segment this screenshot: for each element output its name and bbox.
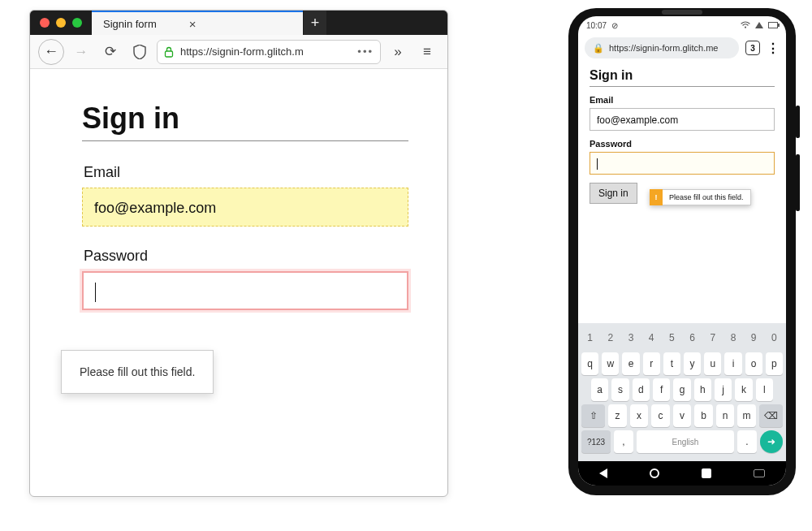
key-t[interactable]: t: [663, 352, 680, 375]
sign-in-button[interactable]: Sign in: [590, 183, 637, 204]
back-button[interactable]: ←: [38, 39, 64, 65]
divider: [590, 86, 775, 87]
key-b[interactable]: b: [694, 404, 713, 427]
key-period[interactable]: .: [737, 430, 757, 453]
key-shift[interactable]: ⇧: [581, 404, 605, 427]
key-o[interactable]: o: [745, 352, 762, 375]
page-title: Sign in: [590, 68, 775, 83]
key-l[interactable]: l: [756, 378, 773, 401]
nav-back-button[interactable]: [599, 468, 607, 478]
key-f[interactable]: f: [653, 378, 670, 401]
key-6[interactable]: 6: [684, 326, 701, 349]
key-g[interactable]: g: [673, 378, 690, 401]
key-p[interactable]: p: [766, 352, 783, 375]
key-i[interactable]: i: [724, 352, 741, 375]
overflow-menu-icon[interactable]: ⋮: [767, 41, 780, 56]
key-y[interactable]: y: [684, 352, 701, 375]
key-a[interactable]: a: [591, 378, 608, 401]
wifi-icon: [741, 21, 750, 30]
email-value: foo@example.com: [597, 114, 678, 126]
password-field[interactable]: [82, 271, 408, 310]
android-nav-bar: [578, 461, 786, 486]
page-title: Sign in: [82, 101, 408, 136]
key-q[interactable]: q: [581, 352, 598, 375]
warning-icon: !: [650, 189, 663, 205]
status-time: 10:07: [586, 21, 607, 30]
key-d[interactable]: d: [633, 378, 650, 401]
key-0[interactable]: 0: [766, 326, 783, 349]
password-label: Password: [84, 248, 408, 265]
browser-tab[interactable]: Signin form ×: [92, 11, 303, 35]
key-3[interactable]: 3: [622, 326, 639, 349]
desktop-browser-window: Signin form × + ← → ⟳ https://signin-for…: [29, 10, 448, 497]
email-field[interactable]: foo@example.com: [82, 188, 408, 227]
email-value: foo@example.com: [94, 200, 216, 216]
close-window-button[interactable]: [40, 18, 50, 28]
hamburger-menu-icon[interactable]: ≡: [415, 40, 439, 64]
key-s[interactable]: s: [611, 378, 628, 401]
key-z[interactable]: z: [608, 404, 627, 427]
close-tab-icon[interactable]: ×: [189, 17, 197, 31]
page-content: Sign in Email foo@example.com Password: [30, 69, 447, 310]
mobile-address-bar[interactable]: 🔒 https://signin-form.glitch.me: [585, 37, 739, 58]
key-backspace[interactable]: ⌫: [759, 404, 783, 427]
key-9[interactable]: 9: [745, 326, 762, 349]
phone-side-button: [796, 106, 800, 138]
key-x[interactable]: x: [630, 404, 649, 427]
key-j[interactable]: j: [715, 378, 732, 401]
phone-screen: 10:07 ⊘ 🔒 https://signin-form.glitch.me …: [578, 16, 786, 486]
password-label: Password: [590, 139, 775, 149]
key-r[interactable]: r: [643, 352, 660, 375]
validation-tooltip: ! Please fill out this field.: [650, 189, 751, 205]
key-comma[interactable]: ,: [614, 430, 633, 453]
tracking-protection-icon[interactable]: [127, 40, 152, 64]
key-1[interactable]: 1: [581, 326, 598, 349]
key-v[interactable]: v: [673, 404, 692, 427]
key-enter[interactable]: ➜: [760, 430, 783, 453]
reload-button[interactable]: ⟳: [98, 40, 123, 64]
status-bar: 10:07 ⊘: [578, 16, 786, 34]
phone-side-button: [796, 154, 800, 211]
browser-toolbar: ← → ⟳ https://signin-form.glitch.m ••• »…: [30, 35, 447, 69]
tab-count: 3: [750, 44, 755, 53]
maximize-window-button[interactable]: [72, 18, 82, 28]
password-field[interactable]: [590, 152, 775, 175]
address-bar[interactable]: https://signin-form.glitch.m •••: [157, 40, 381, 64]
validation-tooltip: Please fill out this field.: [61, 350, 214, 394]
page-actions-icon[interactable]: •••: [357, 45, 374, 58]
overflow-chevron-icon[interactable]: »: [386, 40, 410, 64]
tab-title: Signin form: [103, 18, 157, 30]
soft-keyboard: 1234567890 qwertyuiop asdfghjkl ⇧zxcvbnm…: [578, 323, 786, 461]
key-symbols[interactable]: ?123: [581, 430, 611, 453]
key-2[interactable]: 2: [602, 326, 619, 349]
cell-signal-icon: [755, 22, 763, 28]
key-e[interactable]: e: [622, 352, 639, 375]
window-titlebar: Signin form × +: [30, 11, 447, 35]
key-h[interactable]: h: [694, 378, 711, 401]
key-4[interactable]: 4: [643, 326, 660, 349]
mobile-browser-toolbar: 🔒 https://signin-form.glitch.me 3 ⋮: [578, 34, 786, 62]
nav-recent-button[interactable]: [702, 468, 711, 478]
tab-switcher-button[interactable]: 3: [745, 41, 760, 55]
key-n[interactable]: n: [716, 404, 735, 427]
key-w[interactable]: w: [602, 352, 619, 375]
key-m[interactable]: m: [737, 404, 756, 427]
text-caret: [95, 283, 96, 302]
key-c[interactable]: c: [651, 404, 670, 427]
phone-device-frame: 10:07 ⊘ 🔒 https://signin-form.glitch.me …: [568, 8, 796, 495]
key-k[interactable]: k: [735, 378, 752, 401]
key-space[interactable]: English: [637, 430, 734, 453]
nav-home-button[interactable]: [650, 468, 659, 478]
new-tab-button[interactable]: +: [304, 11, 326, 35]
svg-point-1: [745, 26, 746, 28]
nav-keyboard-icon[interactable]: [754, 469, 765, 477]
lock-icon: [164, 46, 174, 58]
minimize-window-button[interactable]: [56, 18, 66, 28]
key-8[interactable]: 8: [724, 326, 741, 349]
key-5[interactable]: 5: [663, 326, 680, 349]
forward-button[interactable]: →: [69, 40, 93, 64]
key-u[interactable]: u: [704, 352, 721, 375]
battery-icon: [768, 22, 778, 28]
email-field[interactable]: foo@example.com: [590, 108, 775, 131]
key-7[interactable]: 7: [704, 326, 721, 349]
